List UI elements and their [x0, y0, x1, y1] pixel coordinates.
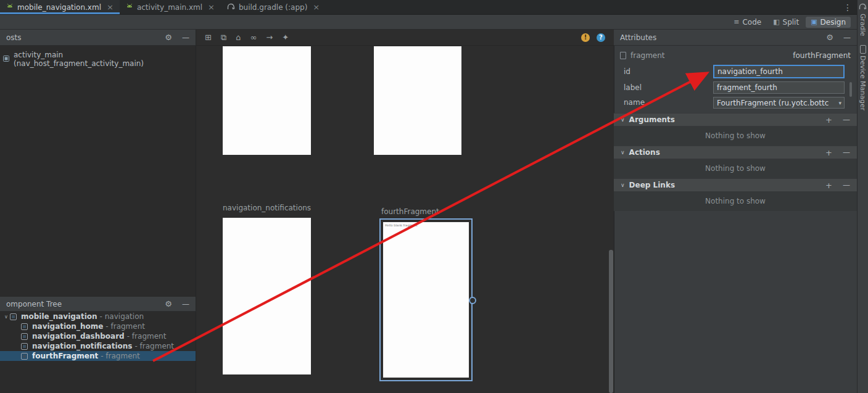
- tree-item-navigation-notifications[interactable]: navigation_notifications - fragment: [0, 341, 196, 351]
- attributes-panel-header: Attributes ⚙ —: [614, 30, 857, 46]
- tab-label: build.gradle (:app): [239, 3, 307, 12]
- action-handle[interactable]: [469, 297, 476, 304]
- chevron-down-icon: ∨: [621, 182, 625, 188]
- chevron-down-icon: ∨: [621, 117, 625, 123]
- selected-component-row: fragment fourthFragment: [614, 49, 857, 62]
- destination-label-fourthfragment: fourthFragment: [381, 207, 439, 216]
- tree-item-type: - fragment: [105, 322, 145, 331]
- fragment-icon: [21, 333, 28, 340]
- attributes-title: Attributes: [620, 33, 656, 42]
- section-header-deep-links[interactable]: ∨ Deep Links + —: [614, 178, 857, 192]
- label-label: label: [624, 83, 642, 92]
- help-icon[interactable]: ?: [597, 33, 605, 42]
- component-tree-header: omponent Tree ⚙ —: [0, 297, 196, 312]
- tree-item-navigation-dashboard[interactable]: navigation_dashboard - fragment: [0, 331, 196, 341]
- tab-build-gradle[interactable]: build.gradle (:app) ×: [221, 0, 326, 14]
- attributes-scrollbar[interactable]: [849, 82, 852, 97]
- fragment-preview-dashboard[interactable]: [374, 46, 461, 155]
- section-title: Arguments: [629, 115, 675, 124]
- split-label: Split: [783, 18, 800, 27]
- warning-icon[interactable]: !: [581, 33, 590, 42]
- attribute-row-id: id: [614, 65, 857, 80]
- editor-tab-bar: mobile_navigation.xml × activity_main.xm…: [0, 0, 857, 15]
- gear-icon[interactable]: ⚙: [165, 299, 172, 308]
- link-icon[interactable]: ∞: [250, 33, 257, 42]
- tree-item-fourthfragment[interactable]: fourthFragment - fragment: [0, 351, 196, 361]
- design-label: Design: [820, 18, 846, 27]
- tab-label: mobile_navigation.xml: [17, 3, 101, 12]
- tree-item-mobile-navigation[interactable]: ∨ mobile_navigation - navigation: [0, 312, 196, 321]
- add-destination-icon[interactable]: ⊞: [205, 33, 212, 42]
- remove-icon[interactable]: —: [843, 148, 850, 157]
- gradle-file-icon: [227, 3, 235, 12]
- fragment-icon: [21, 343, 28, 350]
- hide-panel-icon[interactable]: —: [182, 33, 189, 42]
- android-file-icon: [6, 2, 14, 12]
- hosts-panel-title: osts: [6, 33, 22, 42]
- add-icon[interactable]: +: [825, 148, 832, 157]
- add-icon[interactable]: +: [825, 115, 832, 125]
- id-input[interactable]: [713, 65, 845, 78]
- close-icon[interactable]: ×: [107, 2, 114, 12]
- home-destination-icon[interactable]: ⌂: [236, 33, 241, 42]
- tree-item-type: - fragment: [134, 342, 174, 350]
- code-label: Code: [742, 18, 761, 27]
- remove-icon[interactable]: —: [843, 181, 850, 189]
- name-label: name: [624, 98, 645, 107]
- close-icon[interactable]: ×: [208, 2, 215, 12]
- tree-item-type: - fragment: [101, 352, 140, 360]
- hide-panel-icon[interactable]: —: [182, 300, 189, 308]
- tab-activity-main-xml[interactable]: activity_main.xml ×: [120, 0, 221, 14]
- gradle-tool-window-button[interactable]: Gradle: [859, 14, 867, 36]
- component-type: fragment: [630, 51, 665, 60]
- more-options-icon[interactable]: ⋮: [843, 2, 852, 12]
- fragment-preview-notifications[interactable]: [223, 218, 311, 374]
- navigation-graph-icon: [10, 313, 17, 320]
- hide-panel-icon[interactable]: —: [843, 33, 851, 42]
- duplicate-icon[interactable]: ⧉: [221, 33, 226, 43]
- tree-item-navigation-home[interactable]: navigation_home - fragment: [0, 321, 196, 331]
- tree-item-type: - navigation: [100, 312, 144, 321]
- chevron-down-icon: ▾: [837, 100, 843, 106]
- close-icon[interactable]: ×: [313, 2, 320, 12]
- label-input[interactable]: [713, 81, 845, 94]
- attribute-row-label: label: [614, 81, 857, 96]
- host-item-label: activity_main (nav_host_fragment_activit…: [14, 51, 193, 68]
- gear-icon[interactable]: ⚙: [826, 33, 833, 42]
- tree-item-name: navigation_dashboard: [32, 332, 125, 341]
- tab-mobile-navigation-xml[interactable]: mobile_navigation.xml ×: [0, 0, 120, 14]
- deep-links-empty-text: Nothing to show: [614, 192, 857, 211]
- fragment-preview-home[interactable]: [223, 46, 311, 155]
- device-manager-tool-window-button[interactable]: Device Manager: [859, 56, 867, 110]
- name-dropdown-value: FourthFragment (ru.yotc.bottc: [717, 99, 837, 107]
- chevron-down-icon[interactable]: ∨: [2, 314, 10, 320]
- fragment-icon: [21, 353, 28, 360]
- gradle-icon[interactable]: [859, 3, 867, 12]
- hosts-panel-header: osts ⚙ —: [0, 30, 196, 46]
- split-view-button[interactable]: ◧ Split: [768, 17, 804, 28]
- remove-icon[interactable]: —: [843, 115, 850, 124]
- action-arrow-icon[interactable]: →: [266, 33, 273, 42]
- hosts-panel-content: activity_main (nav_host_fragment_activit…: [0, 46, 196, 297]
- add-icon[interactable]: +: [825, 181, 832, 190]
- chevron-down-icon: ∨: [621, 149, 625, 155]
- fragment-preview-fourthfragment[interactable]: [383, 222, 469, 378]
- auto-arrange-icon[interactable]: ✦: [282, 33, 289, 42]
- device-manager-icon[interactable]: [860, 45, 866, 54]
- fragment-preview-text: Hello blank fragment: [385, 223, 428, 227]
- component-tree-title: omponent Tree: [6, 300, 62, 308]
- tree-item-name: navigation_home: [32, 322, 103, 331]
- section-header-actions[interactable]: ∨ Actions + —: [614, 146, 857, 159]
- editor-mode-bar: ≡ Code ◧ Split ▣ Design: [0, 15, 857, 30]
- code-view-button[interactable]: ≡ Code: [729, 17, 766, 28]
- host-item-activity-main[interactable]: activity_main (nav_host_fragment_activit…: [0, 46, 196, 68]
- design-view-button[interactable]: ▣ Design: [806, 17, 851, 28]
- gear-icon[interactable]: ⚙: [165, 33, 172, 42]
- section-header-arguments[interactable]: ∨ Arguments + —: [614, 113, 857, 126]
- section-title: Deep Links: [629, 181, 675, 189]
- actions-empty-text: Nothing to show: [614, 159, 857, 178]
- tree-item-type: - fragment: [127, 332, 167, 341]
- android-studio-window: mobile_navigation.xml × activity_main.xm…: [0, 0, 868, 393]
- canvas-vertical-scrollbar[interactable]: [609, 250, 613, 393]
- name-dropdown[interactable]: FourthFragment (ru.yotc.bottc ▾: [713, 97, 845, 109]
